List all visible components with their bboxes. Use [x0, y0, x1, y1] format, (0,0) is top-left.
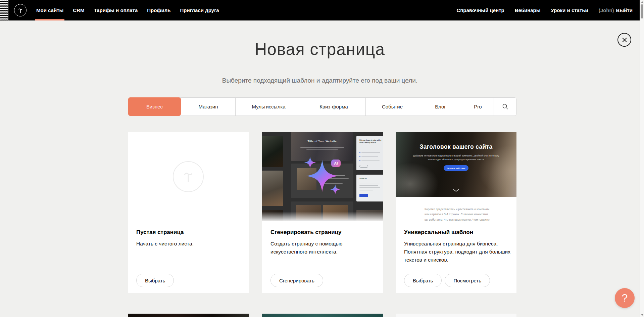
template-card-partial[interactable] [128, 314, 249, 317]
nav-help-center[interactable]: Справочный центр [456, 0, 504, 20]
collage-about-tile: About us [356, 175, 383, 201]
generate-button[interactable]: Сгенерировать [270, 274, 323, 287]
nav-crm[interactable]: CRM [73, 0, 84, 20]
zigzag-pattern-icon [0, 0, 8, 20]
collage-hero-tile: Title of Your Website [291, 132, 353, 161]
new-page-dialog: Мои сайты CRM Тарифы и оплата Профиль Пр… [0, 0, 644, 317]
page-subtitle: Выберите подходящий шаблон и адаптируйте… [0, 77, 640, 84]
collage-photo-tile [262, 136, 283, 167]
tilda-logo[interactable] [14, 4, 27, 16]
card-title: Пустая страница [136, 229, 184, 236]
question-mark-icon: ? [622, 292, 628, 304]
collage-hero-title: Title of Your Website [291, 140, 353, 143]
top-navigation-bar: Мои сайты CRM Тарифы и оплата Профиль Пр… [0, 0, 640, 20]
tilda-logo-icon [17, 7, 24, 14]
card-title: Универсальный шаблон [404, 229, 473, 236]
tab-search[interactable] [494, 98, 516, 116]
nav-lessons[interactable]: Уроки и статьи [551, 0, 588, 20]
card-description: Начать с чистого листа. [136, 240, 242, 248]
secondary-nav: Справочный центр Вебинары Уроки и статьи… [456, 0, 633, 20]
tilda-watermark-icon [173, 161, 204, 192]
tab-event[interactable]: Событие [365, 98, 419, 116]
user-logout-group: (John) Выйти [599, 0, 633, 20]
chevron-down-icon [453, 187, 459, 193]
tab-business[interactable]: Бизнес [128, 97, 181, 116]
scrollbar-down-arrow-icon[interactable] [641, 314, 644, 316]
template-card-partial[interactable] [262, 314, 383, 317]
user-name: (John) [599, 7, 614, 13]
template-card-ai-generate: Title of Your Website Get your house in … [262, 132, 383, 293]
card-title: Сгенерировать страницу [270, 229, 342, 236]
choose-button[interactable]: Выбрать [136, 274, 174, 287]
blank-page-preview[interactable] [128, 132, 249, 221]
collage-feature-tile [291, 164, 353, 198]
tab-pro[interactable]: Pro [462, 98, 494, 116]
collage-bottom-fade [262, 212, 383, 221]
nav-my-sites[interactable]: Мои сайты [36, 0, 63, 20]
template-card-universal: Заголовок вашего сайта Добавьте интересн… [396, 132, 516, 293]
template-card-partial[interactable] [396, 314, 516, 317]
card-description: Создать страницу с помощью искусственног… [270, 240, 361, 256]
preview-hero-section: Заголовок вашего сайта Добавьте интересн… [396, 132, 516, 197]
vertical-scrollbar[interactable] [640, 0, 644, 317]
view-button[interactable]: Посмотреть [445, 274, 490, 287]
ai-badge: AI [331, 160, 341, 167]
active-nav-underline [35, 19, 64, 20]
nav-webinars[interactable]: Вебинары [515, 0, 541, 20]
preview-hero-caption: Добавьте интересные подробности о вашей … [412, 154, 500, 161]
collage-blue-button [359, 194, 368, 197]
collage-photo-tile [262, 171, 283, 206]
template-card-blank-page: Пустая страница Начать с чистого листа. … [128, 132, 249, 293]
nav-profile[interactable]: Профиль [147, 0, 170, 20]
card-description: Универсальная страница для бизнеса. Поня… [404, 240, 512, 264]
tab-store[interactable]: Магазин [181, 98, 235, 116]
scrollbar-thumb[interactable] [641, 4, 643, 18]
preview-cta-button: Целевое действие [444, 165, 468, 171]
nav-pricing[interactable]: Тарифы и оплата [94, 0, 138, 20]
search-icon [502, 103, 508, 110]
template-category-tabs: Бизнес Магазин Мультиссылка Квиз-форма С… [128, 97, 516, 116]
universal-template-preview[interactable]: Заголовок вашего сайта Добавьте интересн… [396, 132, 516, 221]
logout-link[interactable]: Выйти [616, 7, 633, 13]
nav-invite-friend[interactable]: Пригласи друга [180, 0, 219, 20]
choose-button[interactable]: Выбрать [404, 274, 442, 287]
website-collage: Title of Your Website Get your house in … [262, 132, 383, 221]
preview-hero-title: Заголовок вашего сайта [396, 143, 516, 150]
tab-blog[interactable]: Блог [419, 98, 462, 116]
primary-nav: Мои сайты CRM Тарифы и оплата Профиль Пр… [36, 0, 219, 20]
nav-my-sites-label: Мои сайты [36, 7, 63, 13]
page-title: Новая страница [0, 40, 640, 59]
preview-body-text: Коротко представьтесь и расскажите о ком… [425, 207, 492, 221]
tab-quiz-form[interactable]: Квиз-форма [302, 98, 365, 116]
collage-text-tile: Get your house in order with a smart cle… [356, 136, 383, 170]
ai-generate-preview[interactable]: Title of Your Website Get your house in … [262, 132, 383, 221]
help-button[interactable]: ? [615, 288, 635, 308]
scrollbar-up-arrow-icon[interactable] [641, 1, 644, 3]
tab-multilink[interactable]: Мультиссылка [235, 98, 302, 116]
